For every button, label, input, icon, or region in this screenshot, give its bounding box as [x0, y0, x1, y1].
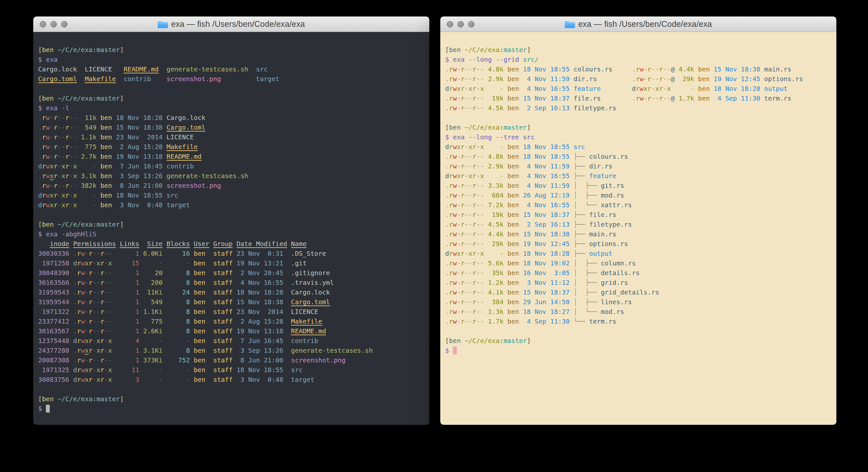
terminal-text-segment: --: [93, 356, 100, 364]
terminal-text-segment: x: [108, 347, 112, 354]
terminal-text-segment: .: [73, 288, 77, 296]
terminal-text-segment: ben: [100, 172, 112, 180]
terminal-content-light[interactable]: [ben ~/C/e/exa:master]$ exa --long --gri…: [440, 32, 836, 425]
terminal-text-segment: -: [85, 298, 89, 306]
terminal-text-segment: w: [640, 65, 644, 73]
terminal-text-segment: 2.6Ki: [143, 327, 162, 335]
terminal-text-segment: [162, 337, 166, 345]
terminal-text-segment: [710, 75, 714, 83]
terminal-text-segment: --: [104, 327, 112, 335]
zoom-button[interactable]: [468, 21, 474, 28]
terminal-text-segment: colours.rs: [574, 65, 612, 73]
terminal-text-segment: $: [38, 56, 42, 63]
terminal-line: drwxr-xr-x - ben 4 Nov 16:55 feature drw…: [445, 84, 836, 93]
terminal-text-segment: --: [69, 123, 77, 131]
terminal-text-segment: [162, 240, 166, 248]
terminal-text-segment: w: [453, 104, 457, 112]
terminal-text-segment: r: [42, 133, 46, 141]
terminal-text-segment: -: [476, 143, 480, 151]
terminal-text-segment: [162, 162, 166, 170]
terminal-text-segment: 15 Nov 18:38: [237, 298, 283, 306]
terminal-text-segment: -: [457, 94, 461, 102]
terminal-text-segment: -: [69, 162, 73, 170]
terminal-text-segment: --: [93, 318, 100, 325]
terminal-text-segment: [162, 143, 166, 151]
terminal-text-segment: -: [58, 201, 61, 209]
titlebar[interactable]: exa — fish /Users/ben/Code/exa/exa: [440, 17, 836, 32]
terminal-text-segment: --: [104, 279, 112, 287]
terminal-text-segment: .: [445, 298, 449, 306]
terminal-text-segment: 24: [166, 288, 190, 296]
terminal-text-segment: [190, 318, 194, 325]
terminal-text-segment: [112, 143, 116, 151]
terminal-text-segment: [569, 318, 574, 325]
terminal-text-segment: d: [38, 162, 42, 170]
terminal-text-segment: --: [465, 288, 472, 296]
terminal-text-segment: [504, 211, 507, 218]
terminal-text-segment: exa -l: [46, 104, 69, 112]
terminal-text-segment: w: [453, 153, 457, 160]
terminal-text-segment: r: [636, 94, 640, 102]
terminal-text-segment: 15 Nov 18:37: [523, 211, 570, 218]
terminal-line: .rw-r--r-- 5.6k ben 18 Nov 19:02 │ ├── c…: [445, 258, 836, 268]
terminal-text-segment: [206, 288, 213, 296]
terminal-line: .rw-r--r-- 35k ben 16 Nov 3:05 │ ├── det…: [445, 268, 836, 278]
terminal-text-segment: ~/C/e/exa: [465, 123, 499, 131]
terminal-text-segment: Links: [120, 240, 139, 248]
minimize-button[interactable]: [458, 21, 464, 28]
close-button[interactable]: [40, 21, 46, 28]
terminal-text-segment: .: [38, 123, 42, 131]
terminal-line: [38, 84, 429, 93]
terminal-text-segment: [710, 65, 714, 73]
terminal-text-segment: [69, 269, 73, 277]
terminal-text-segment: generate-testcases.sh: [166, 172, 248, 180]
terminal-text-segment: 752: [166, 356, 190, 364]
terminal-content-dark[interactable]: [ben ~/C/e/exa:master]$ exaCargo.lock LI…: [33, 32, 429, 425]
terminal-text-segment: -: [644, 75, 647, 83]
terminal-text-segment: ]: [527, 123, 531, 131]
terminal-text-segment: r: [461, 211, 465, 218]
titlebar[interactable]: exa — fish /Users/ben/Code/exa/exa: [33, 17, 429, 32]
terminal-text-segment: [232, 269, 237, 277]
close-button[interactable]: [447, 21, 453, 28]
terminal-text-segment: r: [472, 143, 476, 151]
terminal-text-segment: [190, 308, 194, 316]
terminal-text-segment: [519, 318, 523, 325]
terminal-text-segment: ben: [100, 201, 112, 209]
terminal-text-segment: [484, 279, 488, 287]
terminal-text-segment: 18 Nov 18:55: [523, 153, 570, 160]
terminal-text-segment: colours.rs: [589, 153, 628, 160]
terminal-text-segment: [77, 191, 81, 199]
minimize-button[interactable]: [51, 21, 57, 28]
terminal-text-segment: --: [93, 288, 100, 296]
terminal-text-segment: main.rs: [764, 65, 792, 73]
terminal-text-segment: 29k: [679, 75, 694, 83]
terminal-text-segment: Makefile: [291, 318, 322, 325]
terminal-text-segment: ]: [120, 220, 124, 228]
terminal-text-segment: w: [453, 191, 457, 199]
terminal-text-segment: ben: [194, 259, 206, 267]
terminal-text-segment: [232, 288, 237, 296]
terminal-text-segment: LICENCE: [85, 65, 112, 73]
terminal-text-segment: [190, 259, 194, 267]
terminal-text-segment: [283, 259, 291, 267]
terminal-text-segment: -: [159, 366, 162, 374]
terminal-text-segment: [504, 298, 507, 306]
zoom-button[interactable]: [61, 21, 67, 28]
terminal-text-segment: [671, 85, 675, 92]
terminal-text-segment: w: [81, 308, 85, 316]
terminal-text-segment: r: [472, 288, 476, 296]
terminal-text-segment: x: [468, 85, 472, 92]
terminal-text-segment: [112, 308, 120, 316]
terminal-text-segment: [449, 133, 453, 141]
terminal-text-segment: x: [73, 162, 77, 170]
terminal-text-segment: contrib: [291, 337, 318, 345]
terminal-text-segment: r: [472, 259, 476, 267]
terminal-text-segment: [675, 65, 679, 73]
terminal-text-segment: x: [97, 366, 100, 374]
terminal-text-segment: [504, 288, 507, 296]
terminal-text-segment: -: [457, 104, 461, 112]
terminal-text-segment: [69, 376, 73, 383]
terminal-text-segment: [504, 182, 507, 189]
terminal-text-segment: w: [453, 269, 457, 277]
